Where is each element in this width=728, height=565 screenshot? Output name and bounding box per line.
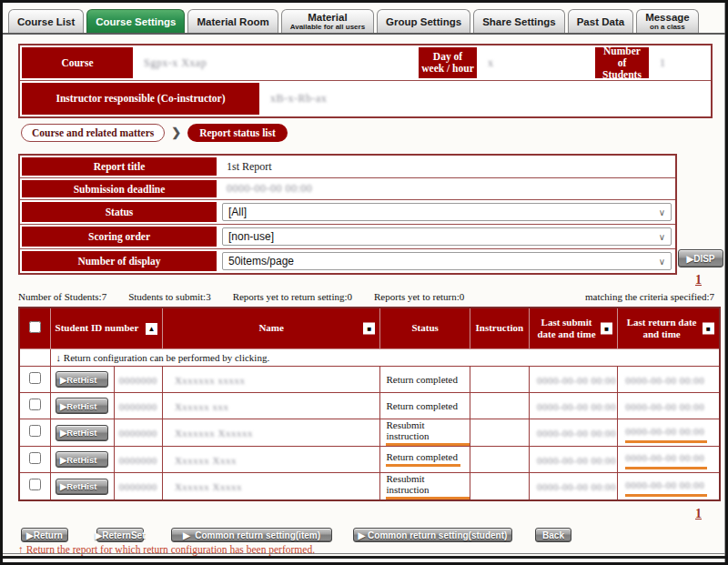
row-checkbox[interactable] (29, 399, 41, 410)
last-submit-masked: 0000-00-00 00:00 (537, 401, 616, 412)
common-return-setting-student-button[interactable]: ▶ Common return setting(student) (353, 528, 512, 542)
tab-label: Group Settings (386, 16, 461, 27)
status-text: Return completed (386, 374, 458, 385)
student-name-masked[interactable]: Xxxxxx Xxxxx (175, 481, 242, 492)
tab-label: Course List (17, 16, 75, 27)
sort-asc-icon[interactable]: ▲ (146, 323, 157, 335)
submission-deadline-value: 0000-00-00 00:00 (218, 178, 675, 199)
header-instruction: Instruction (470, 308, 529, 348)
tab-course-list[interactable]: Course List (8, 9, 84, 33)
select-all-checkbox[interactable] (29, 321, 41, 333)
number-of-display-label: Number of display (20, 249, 218, 273)
tab-label: Material (308, 12, 347, 23)
instruction-cell (470, 392, 529, 419)
action-bar: ▶Return ▶ReternSet ▶ Common return setti… (21, 528, 571, 542)
report-title-label: Report title (20, 156, 218, 177)
breadcrumb-report-status-list: Report status list (187, 124, 288, 142)
student-name-masked[interactable]: Xxxxxx xxx (175, 401, 229, 412)
back-button[interactable]: Back (535, 528, 571, 542)
scoring-order-select[interactable]: [non-use] ∨ (222, 227, 672, 246)
status-select-value: [All] (228, 206, 247, 218)
rethist-button[interactable]: ▶RetHist (56, 451, 108, 468)
student-id-masked: 0000000 (119, 375, 157, 386)
tab-material[interactable]: Material Available for all users (281, 9, 374, 33)
tab-label: Past Data (577, 16, 624, 27)
student-name-masked[interactable]: Xxxxxx Xxxx (175, 455, 237, 466)
breadcrumb-course-related[interactable]: Course and related matters (21, 124, 165, 142)
tab-label: Material Room (197, 16, 268, 27)
last-return-masked: 0000-00-00 00:00 (625, 479, 704, 490)
tab-label: Course Settings (96, 16, 176, 27)
header-status: Status (380, 308, 470, 348)
header-last-submit: Last submit date and time ■ (529, 308, 617, 348)
status-filter-label: Status (20, 200, 218, 224)
row-checkbox[interactable] (29, 479, 41, 490)
sort-icon[interactable]: ■ (601, 322, 612, 334)
chevron-right-icon: ❯ (171, 126, 181, 140)
last-return-masked: 0000-00-00 00:00 (625, 401, 704, 412)
tab-sublabel: on a class (650, 23, 685, 31)
instruction-cell (470, 446, 529, 472)
number-of-display-select-value: 50items/page (228, 255, 294, 267)
tab-course-settings[interactable]: Course Settings (86, 9, 185, 33)
student-id-masked: 0000000 (119, 455, 157, 466)
student-id-masked: 0000000 (119, 428, 157, 439)
instruction-cell (470, 472, 529, 500)
student-name-masked[interactable]: Xxxxxxx xxxxx (175, 375, 246, 386)
sort-icon[interactable]: ■ (363, 322, 375, 334)
instruction-cell (470, 366, 529, 392)
row-checkbox[interactable] (29, 372, 41, 384)
report-title-value: 1st Report (218, 156, 675, 177)
report-row: ▶RetHist 0000000 Xxxxxx Xxxxx Resubmit i… (19, 472, 720, 500)
rethist-button[interactable]: ▶RetHist (56, 398, 108, 414)
report-row: ▶RetHist 0000000 Xxxxxxx xxxxx Return co… (19, 366, 720, 392)
tab-material-room[interactable]: Material Room (187, 9, 278, 33)
tab-label: Message (645, 12, 690, 23)
submission-deadline-label: Submission deadline (20, 178, 218, 199)
row-checkbox[interactable] (29, 425, 41, 437)
report-row: ▶RetHist 0000000 Xxxxxx Xxxx Return comp… (19, 446, 720, 472)
common-return-setting-item-button[interactable]: ▶ Common return setting(item) (171, 528, 332, 542)
rethist-button[interactable]: ▶RetHist (56, 425, 108, 441)
return-config-note: ↓ Return configuration can be performed … (50, 348, 720, 366)
header-student-id: Student ID number ▲ (50, 308, 162, 348)
students-count-value: 1 (651, 45, 711, 80)
disp-button[interactable]: ▶DISP (678, 249, 723, 267)
status-text-underlined: Resubmit instruction (386, 473, 469, 499)
tab-label: Share Settings (482, 16, 556, 27)
tab-past-data[interactable]: Past Data (568, 9, 633, 33)
last-submit-masked: 0000-00-00 00:00 (537, 428, 616, 439)
student-name-masked[interactable]: Xxxxxxx Xxxxxx (175, 428, 253, 439)
tab-sublabel: Available for all users (290, 23, 365, 31)
tab-group-settings[interactable]: Group Settings (377, 9, 470, 33)
page-number-link-top[interactable]: 1 (695, 273, 702, 288)
report-row: ▶RetHist 0000000 Xxxxxx xxx Return compl… (19, 392, 720, 419)
filter-table: Report title 1st Report Submission deadl… (18, 154, 677, 275)
scoring-order-select-value: [non-use] (228, 230, 274, 243)
chevron-down-icon: ∨ (659, 232, 665, 242)
status-select[interactable]: [All] ∨ (222, 203, 672, 221)
rethist-button[interactable]: ▶RetHist (56, 479, 108, 495)
day-of-week-label: Day of week / hour (417, 45, 479, 80)
instructor-value: xB-x-Rb-ax (261, 81, 711, 116)
students-total: Number of Students:7 (18, 291, 106, 302)
students-count-label: Number of Students (593, 45, 651, 80)
header-last-return: Last return date and time ■ (618, 308, 720, 348)
tab-message[interactable]: Message on a class (636, 9, 699, 33)
students-to-submit: Students to submit:3 (128, 291, 210, 302)
number-of-display-select[interactable]: 50items/page ∨ (222, 252, 672, 270)
rethist-button[interactable]: ▶RetHist (56, 371, 108, 388)
tab-share-settings[interactable]: Share Settings (473, 9, 565, 33)
return-set-button[interactable]: ▶ReternSet (96, 528, 144, 542)
last-return-masked: 0000-00-00 00:00 (625, 426, 704, 437)
chevron-down-icon: ∨ (659, 257, 665, 267)
return-button[interactable]: ▶Return (21, 528, 68, 542)
chevron-down-icon: ∨ (659, 207, 665, 217)
row-checkbox[interactable] (29, 452, 41, 464)
sort-icon[interactable]: ■ (703, 322, 714, 334)
reports-yet-return: Reports yet to return:0 (374, 291, 464, 302)
course-info-table: Course Sgpx-x Xxap Day of week / hour x … (18, 44, 713, 118)
note-spacer (19, 348, 50, 366)
reports-yet-return-setting: Reports yet to return setting:0 (233, 291, 352, 302)
page-number-link-bottom[interactable]: 1 (695, 507, 702, 521)
